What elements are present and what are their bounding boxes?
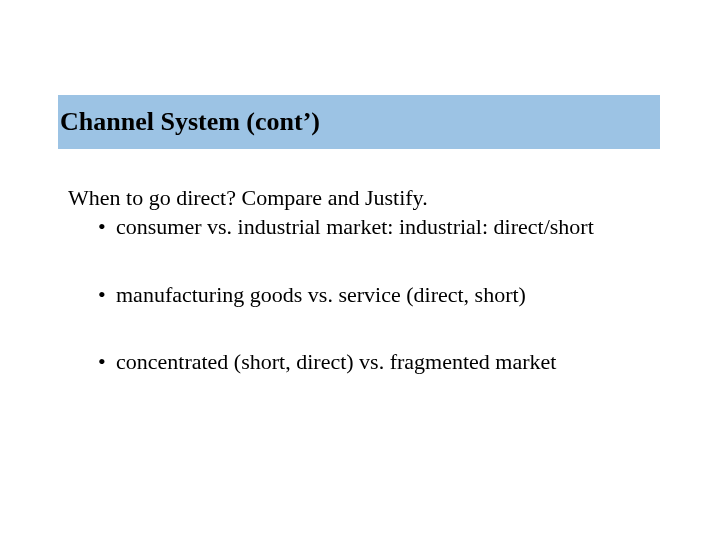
slide-title: Channel System (cont’) bbox=[60, 107, 320, 137]
bullet-list: consumer vs. industrial market: industri… bbox=[68, 213, 658, 376]
list-item: concentrated (short, direct) vs. fragmen… bbox=[98, 348, 658, 376]
list-item: manufacturing goods vs. service (direct,… bbox=[98, 281, 658, 309]
title-band: Channel System (cont’) bbox=[58, 95, 660, 149]
list-item: consumer vs. industrial market: industri… bbox=[98, 213, 658, 241]
lead-text: When to go direct? Compare and Justify. bbox=[68, 185, 658, 211]
slide-body: When to go direct? Compare and Justify. … bbox=[68, 185, 658, 416]
slide: Channel System (cont’) When to go direct… bbox=[0, 0, 720, 540]
